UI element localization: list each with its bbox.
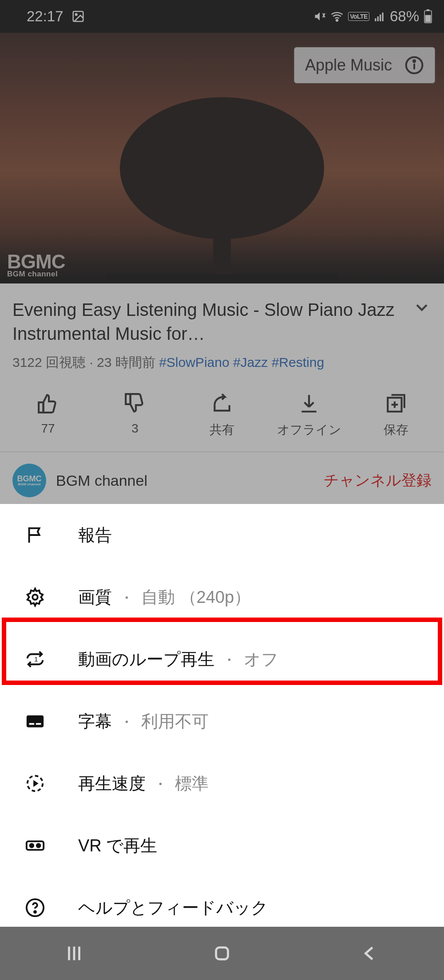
gear-icon xyxy=(25,587,45,607)
expand-description-button[interactable] xyxy=(412,298,432,319)
nav-back-icon[interactable] xyxy=(360,943,380,964)
svg-point-17 xyxy=(413,60,415,62)
playback-speed-icon xyxy=(25,773,45,794)
video-meta: 3122 回視聴 · 23 時間前 #SlowPiano #Jazz #Rest… xyxy=(12,354,432,372)
menu-loop[interactable]: 1 動画のループ再生・オフ xyxy=(0,628,444,690)
svg-marker-30 xyxy=(33,780,39,787)
video-title[interactable]: Evening Easy Listening Music - Slow Pian… xyxy=(12,298,403,346)
wifi-icon xyxy=(330,10,344,23)
status-time: 22:17 xyxy=(27,8,63,25)
hashtag[interactable]: #Jazz xyxy=(233,355,268,370)
download-button[interactable]: オフライン xyxy=(276,392,342,438)
svg-rect-19 xyxy=(126,394,130,404)
menu-quality[interactable]: 画質・自動 （240p） xyxy=(0,566,444,628)
svg-point-1 xyxy=(75,14,77,16)
svg-rect-26 xyxy=(27,716,44,728)
menu-speed[interactable]: 再生速度・標準 xyxy=(0,752,444,815)
channel-name[interactable]: BGM channel xyxy=(56,472,314,489)
picture-icon xyxy=(71,10,85,23)
svg-point-4 xyxy=(336,20,338,21)
mute-icon xyxy=(313,10,326,23)
svg-rect-28 xyxy=(36,723,41,725)
loop-icon: 1 xyxy=(25,649,45,669)
share-button[interactable]: 共有 xyxy=(189,392,255,438)
svg-rect-14 xyxy=(107,275,337,283)
svg-rect-39 xyxy=(216,948,228,960)
svg-rect-10 xyxy=(427,9,429,11)
svg-rect-27 xyxy=(29,723,35,725)
nav-recent-icon[interactable] xyxy=(64,943,84,964)
svg-text:1: 1 xyxy=(34,655,38,663)
signal-icon xyxy=(374,11,385,22)
svg-rect-8 xyxy=(382,12,383,21)
tree-silhouette xyxy=(107,93,337,283)
action-bar: 77 3 共有 オフライン 保存 xyxy=(0,376,444,452)
svg-point-24 xyxy=(32,594,38,600)
vr-icon xyxy=(25,835,45,856)
captions-icon xyxy=(25,711,45,732)
channel-row[interactable]: BGMC BGM channel BGM channel チャンネル登録 xyxy=(0,452,444,497)
dislike-button[interactable]: 3 xyxy=(102,392,168,438)
nav-home-icon[interactable] xyxy=(212,943,232,964)
player-options-sheet: 報告 画質・自動 （240p） 1 動画のループ再生・オフ 字幕・利用不可 再生… xyxy=(0,504,444,939)
help-icon xyxy=(25,897,45,918)
subscribe-button[interactable]: チャンネル登録 xyxy=(324,470,432,491)
hashtag[interactable]: #Resting xyxy=(272,355,324,370)
video-info-block: Evening Easy Listening Music - Slow Pian… xyxy=(0,283,444,376)
apple-music-badge[interactable]: Apple Music xyxy=(294,47,435,83)
hashtag[interactable]: #SlowPiano xyxy=(159,355,229,370)
volte-icon: VoLTE xyxy=(348,12,369,21)
svg-rect-7 xyxy=(380,15,381,21)
battery-icon xyxy=(424,9,432,24)
svg-rect-6 xyxy=(377,16,379,21)
info-icon xyxy=(404,55,424,75)
svg-point-35 xyxy=(34,911,36,913)
channel-avatar[interactable]: BGMC BGM channel xyxy=(12,464,46,497)
apple-music-label: Apple Music xyxy=(305,56,392,75)
status-bar: 22:17 VoLTE 68% xyxy=(0,0,444,33)
video-watermark: BGMC BGM channel xyxy=(7,253,65,277)
menu-report[interactable]: 報告 xyxy=(0,504,444,566)
svg-rect-18 xyxy=(39,402,43,413)
menu-captions[interactable]: 字幕・利用不可 xyxy=(0,690,444,752)
svg-rect-5 xyxy=(375,18,376,21)
menu-vr[interactable]: VR で再生 xyxy=(0,815,444,877)
svg-point-32 xyxy=(30,844,34,847)
svg-rect-11 xyxy=(425,15,431,22)
save-button[interactable]: 保存 xyxy=(363,392,429,438)
video-player[interactable]: BGMC BGM channel Apple Music xyxy=(0,33,444,283)
svg-point-33 xyxy=(37,844,40,847)
flag-icon xyxy=(25,525,45,545)
like-button[interactable]: 77 xyxy=(15,392,81,438)
android-nav-bar xyxy=(0,927,444,980)
battery-percent: 68% xyxy=(390,8,419,25)
